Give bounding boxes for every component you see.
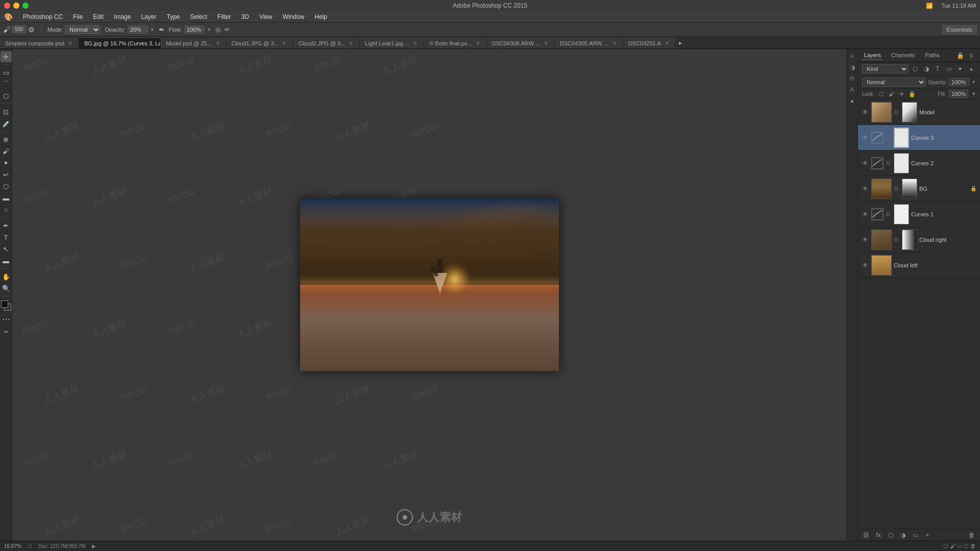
layer-mask-curves2[interactable] bbox=[894, 153, 909, 173]
opacity-slider-icon[interactable]: ▼ bbox=[150, 27, 155, 32]
right-icon-char[interactable]: A bbox=[847, 85, 857, 95]
tab-1[interactable]: BG.jpg @ 16.7% (Curves 3, Layer Mask/8) … bbox=[79, 37, 161, 48]
tab-9[interactable]: DSC04255.A ✕ bbox=[623, 37, 676, 48]
flow-slider-icon[interactable]: ▼ bbox=[207, 27, 211, 32]
tab-more-button[interactable]: ▸ bbox=[676, 37, 685, 48]
menu-3d[interactable]: 3D bbox=[237, 12, 253, 21]
layer-row-curves1[interactable]: 👁 ⛓ Curves 1 bbox=[858, 202, 980, 227]
edit-toolbar-button[interactable]: ✏ bbox=[1, 326, 12, 337]
tab-close-0[interactable]: ✕ bbox=[67, 40, 74, 46]
brush-tool[interactable]: 🖌 bbox=[1, 145, 12, 157]
crop-tool[interactable]: ⊡ bbox=[1, 106, 12, 117]
layer-visibility-cloud-left[interactable]: 👁 bbox=[861, 261, 869, 269]
lock-position-icon[interactable]: ✛ bbox=[898, 90, 906, 98]
layer-row-cloud-left[interactable]: 👁 Cloud left bbox=[858, 253, 980, 278]
filter-smart-icon[interactable]: ✦ bbox=[955, 64, 965, 73]
tab-close-7[interactable]: ✕ bbox=[543, 40, 549, 46]
dodge-tool[interactable]: ○ bbox=[1, 204, 12, 215]
gradient-tool[interactable]: ▬ bbox=[1, 192, 12, 204]
traffic-lights[interactable] bbox=[4, 3, 29, 9]
spot-heal-tool[interactable]: ⊕ bbox=[1, 134, 12, 145]
tab-2[interactable]: Model.psd @ 25... ✕ bbox=[161, 37, 226, 48]
clone-stamp-tool[interactable]: ✦ bbox=[1, 157, 12, 168]
layer-row-cloud-right[interactable]: 👁 ⛓ Cloud right bbox=[858, 227, 980, 253]
tab-8[interactable]: DSC04305.ARW ... ✕ bbox=[555, 37, 623, 48]
tab-channels[interactable]: Channels bbox=[889, 51, 917, 60]
flow-input[interactable] bbox=[184, 26, 205, 34]
tab-layers[interactable]: Layers bbox=[862, 51, 883, 60]
layer-visibility-cloud-right[interactable]: 👁 bbox=[861, 236, 869, 244]
menu-image[interactable]: Image bbox=[110, 12, 135, 21]
right-icon-color[interactable]: ● bbox=[847, 96, 857, 106]
right-icon-history[interactable]: ⟳ bbox=[847, 73, 857, 84]
tab-close-6[interactable]: ✕ bbox=[475, 40, 481, 46]
tab-close-9[interactable]: ✕ bbox=[664, 40, 670, 46]
filter-shape-icon[interactable]: ▭ bbox=[944, 64, 953, 73]
layer-mask-cloud-right[interactable] bbox=[902, 230, 917, 250]
zoom-tool[interactable]: 🔍 bbox=[1, 283, 12, 294]
tab-close-5[interactable]: ✕ bbox=[412, 40, 419, 46]
menu-window[interactable]: Window bbox=[279, 12, 309, 21]
lasso-tool[interactable]: ⌒ bbox=[1, 79, 12, 90]
layer-mask-curves3[interactable] bbox=[894, 128, 909, 148]
layer-visibility-curves1[interactable]: 👁 bbox=[861, 210, 869, 218]
right-icon-adjust[interactable]: ◑ bbox=[847, 62, 857, 72]
status-icon-3[interactable]: ▭ bbox=[957, 543, 962, 549]
hand-tool[interactable]: ✋ bbox=[1, 271, 12, 282]
layer-row-bg[interactable]: 👁 ⛓ BG 🔒 bbox=[858, 176, 980, 202]
tab-close-4[interactable]: ✕ bbox=[348, 40, 354, 46]
layer-link-button[interactable]: ⛓ bbox=[861, 531, 871, 540]
blend-mode-dropdown[interactable]: Normal bbox=[862, 78, 926, 87]
layer-new-button[interactable]: + bbox=[922, 531, 933, 540]
layer-row-curves2[interactable]: 👁 ⛓ Curves 2 bbox=[858, 151, 980, 176]
layer-visibility-curves3[interactable]: 👁 bbox=[861, 134, 869, 142]
layer-row-model[interactable]: 👁 ⛓ Model bbox=[858, 99, 980, 125]
pen-pressure-icon[interactable]: ✏ bbox=[225, 26, 230, 33]
panel-lock-icon[interactable]: 🔒 bbox=[955, 51, 965, 60]
marquee-tool[interactable]: ▭ bbox=[1, 67, 12, 78]
document-canvas[interactable] bbox=[300, 198, 559, 371]
tab-paths[interactable]: Paths bbox=[923, 51, 942, 60]
tab-4[interactable]: Cloud2.JPG @ 3... ✕ bbox=[293, 37, 360, 48]
layer-adj-button[interactable]: ◑ bbox=[898, 531, 908, 540]
lock-all-icon[interactable]: 🔒 bbox=[908, 90, 916, 98]
tab-3[interactable]: Cloud1.JPG @ 3... ✕ bbox=[227, 37, 293, 48]
status-icon-5[interactable]: 🗑 bbox=[970, 543, 976, 549]
layer-row-curves3[interactable]: 👁 ⛓ Curves 3 bbox=[858, 125, 980, 151]
brush-size-icon[interactable]: 500 bbox=[12, 26, 26, 33]
menu-layer[interactable]: Layer bbox=[137, 12, 160, 21]
layer-visibility-curves2[interactable]: 👁 bbox=[861, 159, 869, 167]
maximize-button[interactable] bbox=[22, 3, 29, 9]
tab-6[interactable]: © Botin final.ps... ✕ bbox=[424, 37, 486, 48]
status-icon-4[interactable]: ⬡ bbox=[964, 543, 969, 549]
fill-input[interactable] bbox=[949, 90, 968, 98]
layer-group-button[interactable]: ▭ bbox=[910, 531, 920, 540]
more-tools[interactable]: ⋯ bbox=[1, 313, 12, 324]
eyedropper-tool[interactable]: 💉 bbox=[1, 118, 12, 129]
kind-filter-dropdown[interactable]: Kind bbox=[862, 64, 909, 73]
mode-dropdown[interactable]: Normal bbox=[65, 25, 101, 34]
right-icon-layers[interactable]: ≡ bbox=[847, 51, 857, 61]
essentials-button[interactable]: Essentials bbox=[942, 25, 977, 34]
opacity-dropdown-icon[interactable]: ▼ bbox=[971, 80, 976, 85]
history-brush-tool[interactable]: ↩ bbox=[1, 169, 12, 180]
status-icon-2[interactable]: 🖌 bbox=[950, 543, 955, 549]
menu-filter[interactable]: Filter bbox=[213, 12, 235, 21]
tab-5[interactable]: Light Leak1.jpg ... ✕ bbox=[360, 37, 424, 48]
layer-mask-model[interactable] bbox=[902, 102, 917, 122]
close-button[interactable] bbox=[4, 3, 10, 9]
type-tool[interactable]: T bbox=[1, 232, 12, 243]
layer-mask-button[interactable]: ⬡ bbox=[886, 531, 896, 540]
tab-close-8[interactable]: ✕ bbox=[611, 40, 618, 46]
foreground-color[interactable] bbox=[1, 300, 8, 308]
opacity-input[interactable] bbox=[949, 78, 969, 86]
menu-type[interactable]: Type bbox=[162, 12, 184, 21]
opacity-input[interactable] bbox=[128, 26, 148, 34]
menu-select[interactable]: Select bbox=[186, 12, 211, 21]
filter-adj-icon[interactable]: ◑ bbox=[922, 64, 931, 73]
layer-fx-button[interactable]: fx bbox=[873, 531, 884, 540]
move-tool[interactable]: ✛ bbox=[1, 51, 12, 62]
filter-type-icon[interactable]: T bbox=[933, 64, 942, 73]
menu-help[interactable]: Help bbox=[310, 12, 331, 21]
layer-mask-curves1[interactable] bbox=[894, 204, 909, 224]
